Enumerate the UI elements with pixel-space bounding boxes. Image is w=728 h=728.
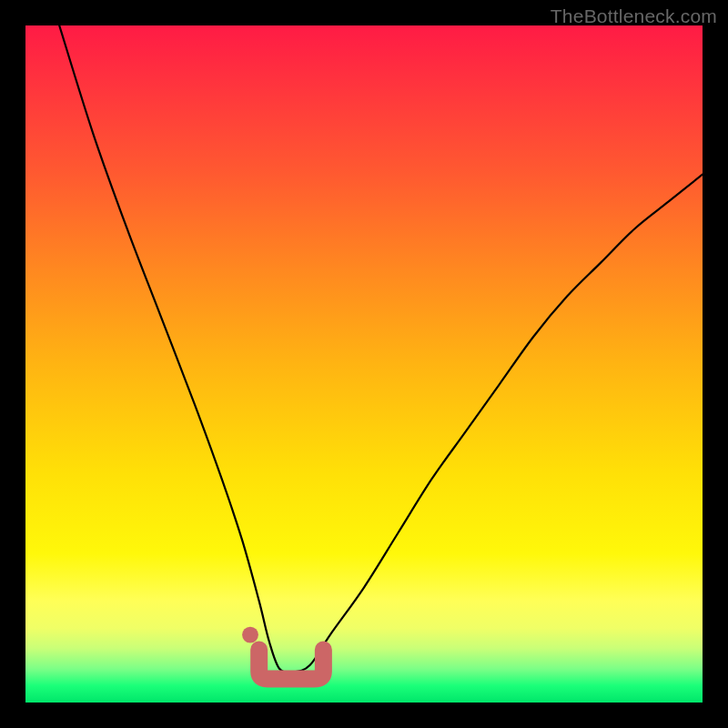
watermark-text: TheBottleneck.com	[551, 5, 717, 27]
dot-marker	[242, 627, 258, 643]
plot-area	[25, 25, 703, 703]
curve-layer	[25, 25, 703, 703]
flat-minimum-marker	[259, 650, 324, 679]
chart-frame: TheBottleneck.com	[0, 0, 728, 728]
bottleneck-curve	[59, 25, 703, 672]
